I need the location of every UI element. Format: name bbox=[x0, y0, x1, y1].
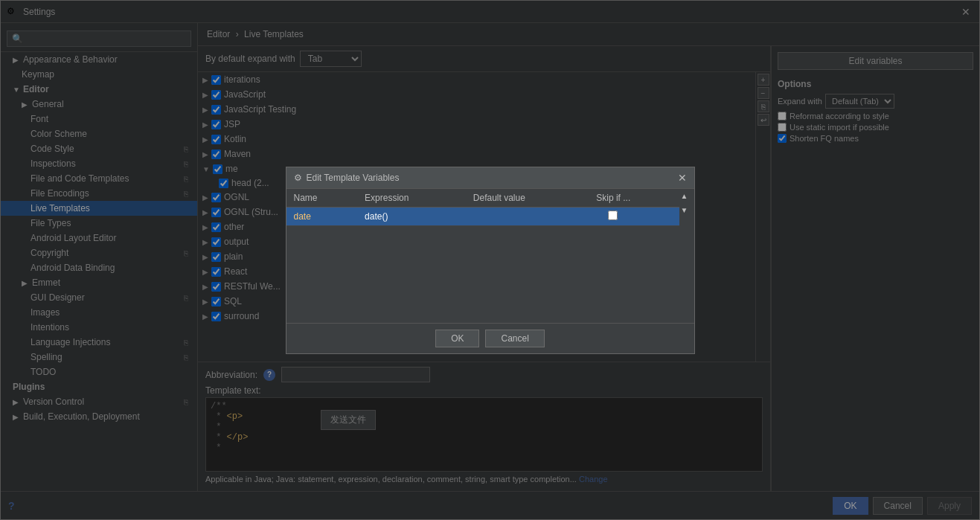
row-skip[interactable] bbox=[589, 207, 679, 225]
col-name: Name bbox=[286, 189, 358, 208]
table-row[interactable]: date date() bbox=[286, 207, 679, 225]
row-name: date bbox=[286, 207, 358, 225]
scroll-down-icon[interactable]: ▼ bbox=[679, 203, 694, 217]
modal-title: ⚙ Edit Template Variables bbox=[294, 173, 400, 183]
modal-scroll-buttons: ▲ ▼ bbox=[679, 189, 694, 323]
scroll-up-icon[interactable]: ▲ bbox=[679, 189, 694, 203]
modal-cancel-button[interactable]: Cancel bbox=[485, 330, 544, 347]
settings-window: ⚙ Settings ✕ ▶ Appearance & Behavior Key… bbox=[0, 0, 980, 520]
col-default: Default value bbox=[466, 189, 589, 208]
row-expression[interactable]: date() bbox=[357, 207, 466, 225]
table-header-row: Name Expression Default value Skip if ..… bbox=[286, 189, 679, 208]
modal-icon: ⚙ bbox=[294, 173, 302, 183]
modal-footer: OK Cancel bbox=[286, 323, 694, 353]
col-expression: Expression bbox=[357, 189, 466, 208]
modal-table-scroll[interactable]: Name Expression Default value Skip if ..… bbox=[286, 189, 679, 323]
col-skip: Skip if ... bbox=[589, 189, 679, 208]
skip-checkbox[interactable] bbox=[608, 211, 618, 220]
variables-table: Name Expression Default value Skip if ..… bbox=[286, 189, 679, 226]
modal-ok-button[interactable]: OK bbox=[435, 330, 479, 347]
modal-table-container: Name Expression Default value Skip if ..… bbox=[286, 189, 694, 323]
row-default[interactable] bbox=[466, 207, 589, 225]
modal-body: Name Expression Default value Skip if ..… bbox=[286, 189, 694, 323]
modal-close-button[interactable]: ✕ bbox=[678, 172, 687, 184]
modal-overlay: ⚙ Edit Template Variables ✕ Name Express… bbox=[1, 1, 979, 519]
modal-title-bar: ⚙ Edit Template Variables ✕ bbox=[286, 167, 694, 189]
modal-title-text: Edit Template Variables bbox=[307, 173, 400, 183]
edit-template-variables-modal: ⚙ Edit Template Variables ✕ Name Express… bbox=[286, 167, 695, 354]
